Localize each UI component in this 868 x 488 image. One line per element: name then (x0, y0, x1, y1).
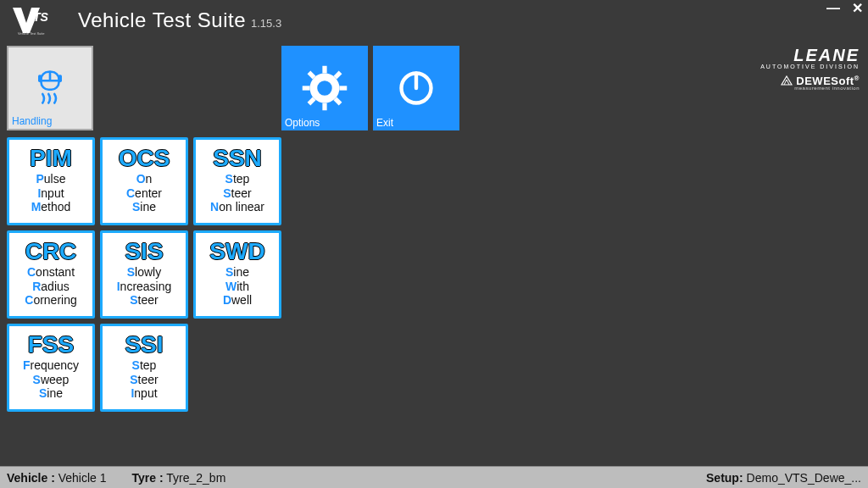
app-version: 1.15.3 (251, 12, 281, 30)
method-lines: PulseInputMethod (31, 172, 71, 214)
method-abbr: OCS (119, 147, 170, 170)
title-bar: TS Vehicle Test Suite Vehicle Test Suite… (0, 0, 868, 41)
method-abbr: SWD (209, 240, 264, 263)
svg-rect-4 (58, 75, 62, 82)
svg-text:Vehicle Test Suite: Vehicle Test Suite (18, 31, 45, 36)
gear-icon (301, 64, 348, 112)
svg-rect-7 (303, 86, 310, 90)
method-tile-crc[interactable]: CRCConstantRadiusCornering (7, 230, 95, 319)
method-abbr: FSS (28, 333, 74, 357)
options-label: Options (285, 117, 320, 129)
svg-text:TS: TS (33, 10, 49, 24)
vehicle-label: Vehicle : (7, 471, 55, 485)
method-abbr: SSN (213, 147, 262, 170)
minimize-button[interactable]: — (826, 2, 840, 15)
brand-area: LEANE AUTOMOTIVE DIVISION DEWESoft® meas… (760, 46, 860, 91)
method-lines: OnCenterSine (126, 172, 162, 214)
handling-label: Handling (12, 115, 52, 127)
method-grid: PIMPulseInputMethodOCSOnCenterSineSSNSte… (7, 137, 861, 412)
status-vehicle: Vehicle : Vehicle 1 (7, 471, 107, 485)
top-tile-row: Handling O (7, 46, 861, 130)
main-content: LEANE AUTOMOTIVE DIVISION DEWESoft® meas… (0, 41, 868, 466)
exit-label: Exit (376, 117, 393, 129)
method-tile-sis[interactable]: SISSlowlyIncreasingSteer (100, 230, 188, 319)
setup-label: Setup: (706, 471, 743, 485)
close-button[interactable]: ✕ (852, 2, 863, 15)
app-logo: TS Vehicle Test Suite (7, 4, 68, 36)
app-title: Vehicle Test Suite (78, 8, 246, 32)
exit-tile[interactable]: Exit (373, 46, 459, 130)
method-tile-pim[interactable]: PIMPulseInputMethod (7, 137, 95, 225)
method-abbr: SSI (125, 333, 163, 357)
leane-subtitle: AUTOMOTIVE DIVISION (760, 64, 860, 69)
method-abbr: PIM (30, 147, 72, 170)
method-lines: SlowlyIncreasingSteer (117, 265, 172, 308)
tyre-label: Tyre : (132, 471, 164, 485)
power-icon (392, 64, 440, 112)
method-tile-ssi[interactable]: SSIStepSteerInput (100, 324, 188, 412)
method-abbr: SIS (125, 240, 163, 263)
dewesoft-subtitle: measurement innovation (760, 86, 860, 91)
tyre-value: Tyre_2_bm (166, 471, 225, 485)
method-lines: ConstantRadiusCornering (25, 265, 77, 308)
vehicle-value: Vehicle 1 (58, 471, 107, 485)
method-tile-fss[interactable]: FSSFrequencySweepSine (7, 324, 95, 412)
svg-rect-6 (322, 103, 326, 111)
setup-value: Demo_VTS_Dewe_... (747, 471, 861, 485)
method-lines: StepSteerInput (130, 358, 158, 401)
options-tile[interactable]: Options (281, 46, 368, 130)
status-tyre: Tyre : Tyre_2_bm (132, 471, 226, 485)
method-abbr: CRC (25, 240, 77, 263)
method-lines: SineWithDwell (223, 265, 252, 308)
status-setup: Setup: Demo_VTS_Dewe_... (706, 471, 861, 485)
method-tile-ssn[interactable]: SSNStepSteerNon linear (193, 137, 281, 225)
method-tile-ocs[interactable]: OCSOnCenterSine (100, 137, 188, 225)
method-tile-swd[interactable]: SWDSineWithDwell (193, 230, 281, 319)
handling-icon (26, 64, 74, 112)
handling-tile[interactable]: Handling (7, 46, 93, 130)
method-lines: FrequencySweepSine (23, 358, 79, 401)
svg-rect-8 (340, 86, 348, 90)
svg-rect-3 (38, 75, 42, 82)
method-lines: StepSteerNon linear (210, 172, 264, 214)
status-bar: Vehicle : Vehicle 1 Tyre : Tyre_2_bm Set… (0, 466, 868, 488)
leane-logo: LEANE (760, 46, 860, 65)
svg-rect-5 (322, 66, 326, 74)
